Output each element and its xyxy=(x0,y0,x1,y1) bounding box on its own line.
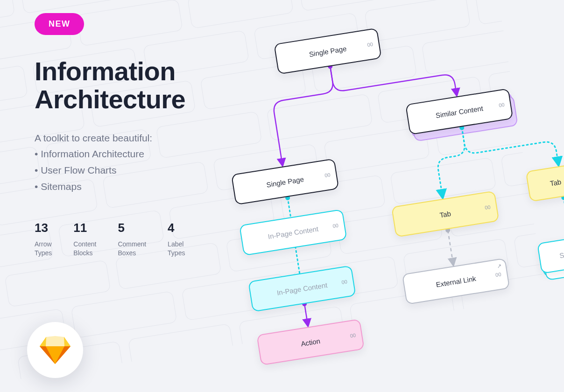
node-label: Tab xyxy=(550,177,562,187)
sketch-app-icon xyxy=(27,322,83,378)
node-number: 00 xyxy=(367,41,374,48)
node-label: Simil xyxy=(559,249,564,259)
stat-label-types: 4 Label Types xyxy=(168,221,185,258)
subtitle-lead: A toolkit to create beautiful: xyxy=(35,130,207,147)
title-line-1: Information xyxy=(35,56,176,86)
node-label: Tab xyxy=(439,209,451,219)
stat-label: Content Blocks xyxy=(73,240,96,258)
bullet-2: User Flow Charts xyxy=(41,165,116,175)
sketch-diamond-icon xyxy=(40,336,70,364)
stat-label: Comment Boxes xyxy=(118,240,146,258)
external-link-icon: ↗ xyxy=(496,262,502,269)
stat-comment-boxes: 5 Comment Boxes xyxy=(118,221,146,258)
stat-content-blocks: 11 Content Blocks xyxy=(73,221,96,258)
node-label: Similar Content xyxy=(435,104,484,119)
node-label: External Link xyxy=(435,274,476,288)
node-number: 00 xyxy=(484,204,491,210)
diagram-canvas: Single Page 00 Single Page 00 Similar Co… xyxy=(172,0,564,392)
new-badge: NEW xyxy=(35,13,84,35)
svg-marker-3 xyxy=(46,336,64,346)
node-number: 00 xyxy=(324,172,331,178)
subtitle-bullet: • User Flow Charts xyxy=(35,162,207,179)
stat-number: 4 xyxy=(168,221,185,235)
node-label: Action xyxy=(300,336,321,347)
node-label: In-Page Content xyxy=(276,281,328,297)
stat-arrow-types: 13 Arrow Types xyxy=(35,221,52,258)
bullet-1: Information Architecture xyxy=(41,148,144,159)
subtitle-bullet: • Information Architecture xyxy=(35,146,207,162)
bullet-3: Sitemaps xyxy=(41,181,82,192)
node-number: 00 xyxy=(498,102,505,108)
node-number: 00 xyxy=(341,279,348,285)
stat-number: 13 xyxy=(35,221,52,235)
node-label: In-Page Content xyxy=(268,224,319,240)
node-number: 00 xyxy=(495,272,501,278)
stats-row: 13 Arrow Types 11 Content Blocks 5 Comme… xyxy=(35,221,207,258)
title-line-2: Architecture xyxy=(35,84,185,114)
subtitle-bullet: • Sitemaps xyxy=(35,179,207,195)
stat-label: Label Types xyxy=(168,240,185,258)
node-number: 00 xyxy=(350,332,356,339)
subtitle: A toolkit to create beautiful: • Informa… xyxy=(35,130,207,195)
stat-label: Arrow Types xyxy=(35,240,52,258)
stat-number: 5 xyxy=(118,221,146,235)
node-label: Single Page xyxy=(309,44,347,58)
node-number: 00 xyxy=(332,223,339,229)
node-label: Single Page xyxy=(266,175,304,189)
stat-number: 11 xyxy=(73,221,96,235)
